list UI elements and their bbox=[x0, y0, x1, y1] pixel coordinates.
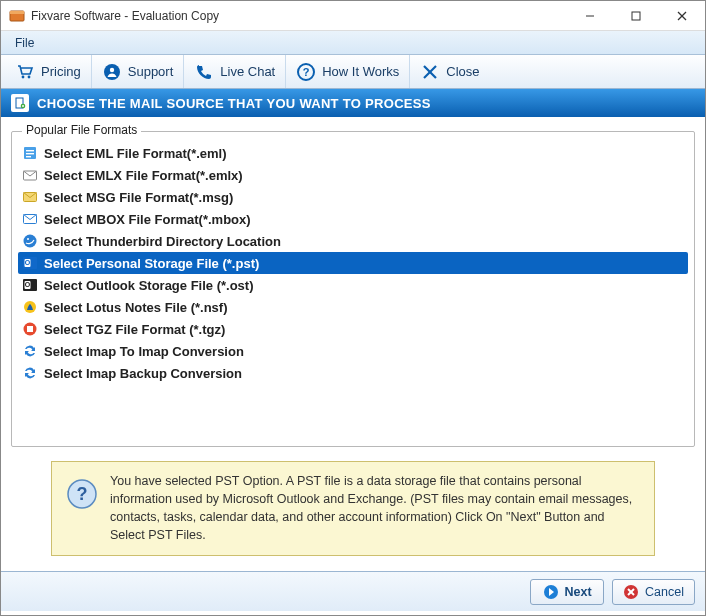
imap-backup-icon bbox=[22, 365, 38, 381]
menubar: File bbox=[1, 31, 705, 55]
mbox-icon bbox=[22, 211, 38, 227]
livechat-button[interactable]: Live Chat bbox=[184, 55, 286, 88]
format-thunderbird-label: Select Thunderbird Directory Location bbox=[44, 234, 281, 249]
svg-point-25 bbox=[24, 235, 37, 248]
cancel-x-icon bbox=[623, 584, 639, 600]
close-label: Close bbox=[446, 64, 479, 79]
maximize-button[interactable] bbox=[613, 1, 659, 31]
format-tgz-label: Select TGZ File Format (*.tgz) bbox=[44, 322, 225, 337]
question-icon: ? bbox=[296, 62, 316, 82]
page-header: CHOOSE THE MAIL SOURCE THAT YOU WANT TO … bbox=[1, 89, 705, 117]
livechat-label: Live Chat bbox=[220, 64, 275, 79]
svg-rect-19 bbox=[26, 150, 34, 151]
lotus-icon bbox=[22, 299, 38, 315]
cancel-button[interactable]: Cancel bbox=[612, 579, 695, 605]
svg-rect-1 bbox=[10, 11, 24, 14]
content-area: Popular File Formats Select EML File For… bbox=[1, 117, 705, 571]
svg-rect-35 bbox=[27, 326, 33, 332]
format-list: Select EML File Format(*.eml) Select EML… bbox=[18, 142, 688, 384]
svg-point-7 bbox=[28, 75, 31, 78]
cancel-label: Cancel bbox=[645, 585, 684, 599]
formats-legend: Popular File Formats bbox=[22, 123, 141, 137]
format-pst-label: Select Personal Storage File (*.pst) bbox=[44, 256, 259, 271]
format-nsf[interactable]: Select Lotus Notes File (*.nsf) bbox=[18, 296, 688, 318]
info-question-icon: ? bbox=[66, 478, 98, 510]
svg-rect-3 bbox=[632, 12, 640, 20]
info-text: You have selected PST Option. A PST file… bbox=[110, 472, 640, 545]
emlx-icon bbox=[22, 167, 38, 183]
minimize-button[interactable] bbox=[567, 1, 613, 31]
pricing-label: Pricing bbox=[41, 64, 81, 79]
headset-icon bbox=[102, 62, 122, 82]
phone-icon bbox=[194, 62, 214, 82]
svg-text:O: O bbox=[25, 281, 31, 288]
window-title: Fixvare Software - Evaluation Copy bbox=[31, 9, 567, 23]
info-box: ? You have selected PST Option. A PST fi… bbox=[51, 461, 655, 556]
svg-point-6 bbox=[22, 75, 25, 78]
pricing-button[interactable]: Pricing bbox=[5, 55, 92, 88]
next-button[interactable]: Next bbox=[530, 579, 604, 605]
format-emlx[interactable]: Select EMLX File Format(*.emlx) bbox=[18, 164, 688, 186]
format-emlx-label: Select EMLX File Format(*.emlx) bbox=[44, 168, 243, 183]
app-icon bbox=[9, 8, 25, 24]
page-header-text: CHOOSE THE MAIL SOURCE THAT YOU WANT TO … bbox=[37, 96, 431, 111]
toolbar: Pricing Support Live Chat ? How It Works… bbox=[1, 55, 705, 89]
howitworks-button[interactable]: ? How It Works bbox=[286, 55, 410, 88]
footer: Next Cancel bbox=[1, 571, 705, 611]
svg-text:O: O bbox=[25, 259, 31, 266]
format-ost[interactable]: O Select Outlook Storage File (*.ost) bbox=[18, 274, 688, 296]
window-controls bbox=[567, 1, 705, 31]
svg-rect-21 bbox=[26, 156, 31, 157]
next-label: Next bbox=[565, 585, 592, 599]
format-imap-backup-label: Select Imap Backup Conversion bbox=[44, 366, 242, 381]
titlebar: Fixvare Software - Evaluation Copy bbox=[1, 1, 705, 31]
howitworks-label: How It Works bbox=[322, 64, 399, 79]
thunderbird-icon bbox=[22, 233, 38, 249]
svg-point-26 bbox=[27, 238, 29, 240]
format-mbox-label: Select MBOX File Format(*.mbox) bbox=[44, 212, 251, 227]
format-msg[interactable]: Select MSG File Format(*.msg) bbox=[18, 186, 688, 208]
menu-file[interactable]: File bbox=[7, 34, 42, 52]
svg-rect-20 bbox=[26, 153, 34, 154]
format-eml[interactable]: Select EML File Format(*.eml) bbox=[18, 142, 688, 164]
imap-sync-icon bbox=[22, 343, 38, 359]
svg-text:?: ? bbox=[77, 484, 88, 504]
format-mbox[interactable]: Select MBOX File Format(*.mbox) bbox=[18, 208, 688, 230]
format-ost-label: Select Outlook Storage File (*.ost) bbox=[44, 278, 253, 293]
format-tgz[interactable]: Select TGZ File Format (*.tgz) bbox=[18, 318, 688, 340]
close-button[interactable]: Close bbox=[410, 55, 489, 88]
close-icon bbox=[420, 62, 440, 82]
format-imap-label: Select Imap To Imap Conversion bbox=[44, 344, 244, 359]
document-plus-icon bbox=[11, 94, 29, 112]
tgz-icon bbox=[22, 321, 38, 337]
format-eml-label: Select EML File Format(*.eml) bbox=[44, 146, 227, 161]
svg-point-9 bbox=[110, 67, 114, 71]
support-label: Support bbox=[128, 64, 174, 79]
outlook-pst-icon: O bbox=[22, 255, 38, 271]
format-imap-backup[interactable]: Select Imap Backup Conversion bbox=[18, 362, 688, 384]
format-imap[interactable]: Select Imap To Imap Conversion bbox=[18, 340, 688, 362]
cart-icon bbox=[15, 62, 35, 82]
close-window-button[interactable] bbox=[659, 1, 705, 31]
format-msg-label: Select MSG File Format(*.msg) bbox=[44, 190, 233, 205]
next-arrow-icon bbox=[543, 584, 559, 600]
format-nsf-label: Select Lotus Notes File (*.nsf) bbox=[44, 300, 227, 315]
format-thunderbird[interactable]: Select Thunderbird Directory Location bbox=[18, 230, 688, 252]
eml-icon bbox=[22, 145, 38, 161]
svg-text:?: ? bbox=[303, 66, 310, 78]
outlook-ost-icon: O bbox=[22, 277, 38, 293]
support-button[interactable]: Support bbox=[92, 55, 185, 88]
msg-icon bbox=[22, 189, 38, 205]
formats-group: Popular File Formats Select EML File For… bbox=[11, 131, 695, 447]
format-pst[interactable]: O Select Personal Storage File (*.pst) bbox=[18, 252, 688, 274]
